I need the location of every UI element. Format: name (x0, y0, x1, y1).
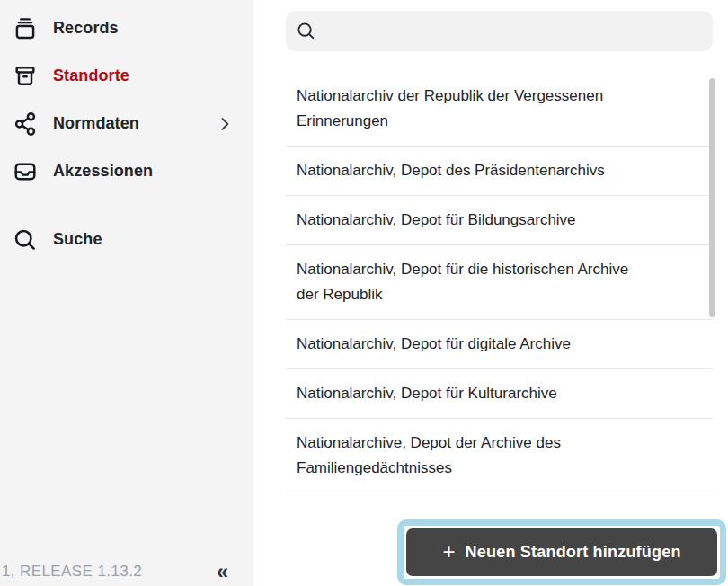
search-input[interactable] (316, 11, 713, 51)
inbox-icon (12, 158, 39, 185)
list-item[interactable]: Nationalarchiv, Depot für die historisch… (286, 245, 713, 320)
sidebar-item-suche[interactable]: Suche (0, 216, 253, 263)
list-item[interactable]: Nationalarchiv, Depot für Kulturarchive (286, 369, 713, 419)
search-icon (296, 21, 316, 41)
list-item-text: Nationalarchiv, Depot für digitale Archi… (297, 332, 700, 357)
list-item[interactable]: Nationalarchiv, Depot des Präsidentenarc… (286, 146, 713, 196)
list-item[interactable]: Nationalarchiv, Depot für digitale Archi… (286, 320, 713, 369)
list-item-text: Nationalarchiv, Depot des Präsidentenarc… (297, 158, 700, 183)
sidebar-footer: 1, RELEASE 1.13.2 « (2, 563, 230, 581)
scrollbar[interactable] (709, 78, 715, 317)
list-item-text: Familiengedächtnisses (297, 456, 700, 481)
app-window: Records Standorte (0, 0, 728, 586)
sidebar-item-label: Standorte (53, 67, 129, 85)
sidebar-item-label: Records (53, 19, 119, 38)
archive-box-icon (12, 63, 39, 90)
records-icon (12, 15, 39, 42)
nav-spacer (0, 195, 253, 216)
sidebar-item-normdaten[interactable]: Normdaten (0, 100, 253, 147)
list-item-text: Nationalarchiv, Depot für Kulturarchive (297, 381, 700, 406)
sidebar-item-records[interactable]: Records (0, 4, 253, 52)
sidebar-item-label: Normdaten (53, 114, 139, 133)
chevron-right-icon (216, 115, 234, 133)
main-panel: Nationalarchiv der Republik der Vergesse… (253, 0, 728, 586)
list-item-text: Erinnerungen (297, 109, 700, 134)
sidebar-nav: Records Standorte (0, 0, 253, 263)
sidebar: Records Standorte (0, 0, 253, 586)
share-icon (12, 111, 39, 138)
list-item[interactable]: Nationalarchiv der Republik der Vergesse… (286, 72, 713, 146)
plus-icon: + (442, 541, 455, 563)
location-list: Nationalarchiv der Republik der Vergesse… (286, 72, 713, 493)
list-item-text: Nationalarchiv, Depot für Bildungsarchiv… (297, 208, 700, 233)
add-button-focus-highlight: + Neuen Standort hinzufügen (397, 519, 726, 585)
release-version-text: 1, RELEASE 1.13.2 (2, 563, 142, 581)
sidebar-item-label: Suche (53, 230, 102, 249)
list-item[interactable]: Nationalarchiv, Depot für Bildungsarchiv… (286, 196, 713, 245)
list-item-text: Nationalarchiv der Republik der Vergesse… (297, 84, 700, 109)
list-item-text: Nationalarchiv, Depot für die historisch… (297, 257, 700, 282)
search-bar (286, 11, 713, 51)
search-icon (12, 226, 39, 253)
sidebar-item-standorte[interactable]: Standorte (0, 52, 253, 100)
list-item[interactable]: Nationalarchive, Depot der Archive des F… (286, 419, 713, 493)
add-standort-button-label: Neuen Standort hinzufügen (466, 543, 681, 562)
list-item-text: der Republik (297, 282, 700, 307)
list-item-text: Nationalarchive, Depot der Archive des (297, 431, 700, 456)
add-standort-button[interactable]: + Neuen Standort hinzufügen (406, 528, 717, 576)
sidebar-item-label: Akzessionen (53, 162, 153, 181)
sidebar-item-akzessionen[interactable]: Akzessionen (0, 147, 253, 195)
collapse-sidebar-icon[interactable]: « (215, 563, 230, 581)
